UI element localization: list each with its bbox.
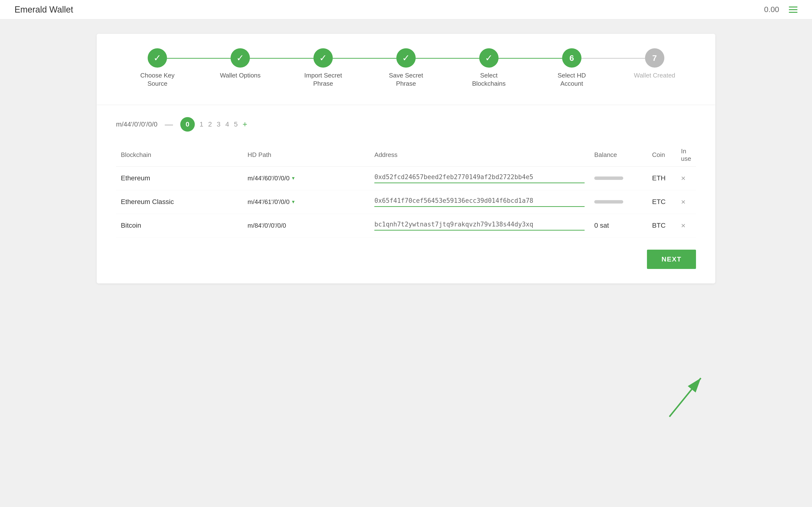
close-icon-btc[interactable]: × xyxy=(681,221,686,230)
address-text-eth: 0xd52fcd24657beed2feb2770149af2bd2722bb4… xyxy=(374,173,585,183)
col-header-hdpath: HD Path xyxy=(243,144,369,167)
step-label-3: Import Secret Phrase xyxy=(299,71,347,88)
menu-line-2 xyxy=(789,9,798,10)
step-4: ✓ Save Secret Phrase xyxy=(365,48,448,88)
hd-index-4[interactable]: 4 xyxy=(225,120,229,128)
path-chevron-eth[interactable]: ▾ xyxy=(292,175,295,181)
hd-path-label: m/44'/0'/0'/0/0 xyxy=(116,120,158,128)
address-cell-eth: 0xd52fcd24657beed2feb2770149af2bd2722bb4… xyxy=(369,166,590,190)
arrow-annotation xyxy=(662,369,715,425)
step-3: ✓ Import Secret Phrase xyxy=(282,48,365,88)
hd-index-3[interactable]: 3 xyxy=(217,120,221,128)
hd-path-value-eth: m/44'/60'/0'/0/0 xyxy=(248,175,290,182)
table-row: Ethereum Classic m/44'/61'/0'/0/0 ▾ 0x65… xyxy=(116,190,696,214)
hd-path-minus-button[interactable]: — xyxy=(165,119,173,129)
step-circle-2: ✓ xyxy=(231,48,250,68)
step-label-5: Select Blockchains xyxy=(465,71,513,88)
balance-btc: 0 sat xyxy=(590,214,647,237)
col-header-inuse: In use xyxy=(676,144,696,167)
hd-path-etc: m/44'/61'/0'/0/0 ▾ xyxy=(243,190,369,214)
arrow-svg xyxy=(662,369,715,424)
balance-bar-etc xyxy=(594,200,623,204)
address-text-btc: bc1qnh7t2ywtnast7jtq9rakqvzh79v138s44dy3… xyxy=(374,221,585,231)
step-label-4: Save Secret Phrase xyxy=(382,71,430,88)
hd-path-btc: m/84'/0'/0'/0/0 xyxy=(243,214,369,237)
step-label-1: Choose Key Source xyxy=(133,71,182,88)
address-cell-btc: bc1qnh7t2ywtnast7jtq9rakqvzh79v138s44dy3… xyxy=(369,214,590,237)
blockchain-name-eth: Ethereum xyxy=(116,166,243,190)
menu-icon[interactable] xyxy=(789,6,798,13)
logo-green: Emerald xyxy=(14,5,47,14)
address-cell-etc: 0x65f41f70cef56453e59136ecc39d014f6bcd1a… xyxy=(369,190,590,214)
check-icon-5: ✓ xyxy=(485,53,493,63)
balance-eth xyxy=(590,166,647,190)
header: Emerald Wallet 0.00 xyxy=(0,0,812,19)
step-circle-4: ✓ xyxy=(396,48,416,68)
step-1: ✓ Choose Key Source xyxy=(116,48,199,88)
close-icon-eth[interactable]: × xyxy=(681,174,686,182)
table-row: Ethereum m/44'/60'/0'/0/0 ▾ 0xd52fcd2465… xyxy=(116,166,696,190)
col-header-coin: Coin xyxy=(647,144,676,167)
step-2: ✓ Wallet Options xyxy=(199,48,282,80)
balance-bar-eth xyxy=(594,176,623,180)
hd-index-1[interactable]: 1 xyxy=(200,120,203,128)
step-number-7: 7 xyxy=(652,53,657,63)
step-number-6: 6 xyxy=(569,53,574,63)
wizard-card: ✓ Choose Key Source ✓ Wallet Options ✓ I… xyxy=(97,34,715,283)
stepper: ✓ Choose Key Source ✓ Wallet Options ✓ I… xyxy=(116,48,696,88)
main-content: ✓ Choose Key Source ✓ Wallet Options ✓ I… xyxy=(0,19,812,298)
coin-etc: ETC xyxy=(647,190,676,214)
table-header-row: Blockchain HD Path Address Balance Coin … xyxy=(116,144,696,167)
svg-line-1 xyxy=(669,378,701,417)
hd-index-nums: 0 1 2 3 4 5 + xyxy=(180,117,248,131)
step-circle-5: ✓ xyxy=(479,48,499,68)
coin-eth: ETH xyxy=(647,166,676,190)
step-6: 6 Select HD Account xyxy=(530,48,613,88)
close-icon-etc[interactable]: × xyxy=(681,198,686,206)
blockchain-name-etc: Ethereum Classic xyxy=(116,190,243,214)
blockchain-name-btc: Bitcoin xyxy=(116,214,243,237)
header-right: 0.00 xyxy=(764,5,798,14)
col-header-blockchain: Blockchain xyxy=(116,144,243,167)
col-header-balance: Balance xyxy=(590,144,647,167)
check-icon-3: ✓ xyxy=(319,53,327,63)
check-icon-4: ✓ xyxy=(402,53,410,63)
step-circle-7: 7 xyxy=(645,48,664,68)
step-circle-3: ✓ xyxy=(313,48,333,68)
coin-btc: BTC xyxy=(647,214,676,237)
col-header-address: Address xyxy=(369,144,590,167)
address-text-etc: 0x65f41f70cef56453e59136ecc39d014f6bcd1a… xyxy=(374,197,585,207)
step-circle-1: ✓ xyxy=(148,48,167,68)
balance-etc xyxy=(590,190,647,214)
hd-path-eth: m/44'/60'/0'/0/0 ▾ xyxy=(243,166,369,190)
table-row: Bitcoin m/84'/0'/0'/0/0 bc1qnh7t2ywtnast… xyxy=(116,214,696,237)
balance-text-btc: 0 sat xyxy=(594,222,609,229)
step-label-2: Wallet Options xyxy=(220,71,260,80)
menu-line-3 xyxy=(789,12,798,13)
logo-rest: Wallet xyxy=(47,5,73,14)
menu-line-1 xyxy=(789,6,798,7)
step-5: ✓ Select Blockchains xyxy=(447,48,530,88)
path-chevron-etc[interactable]: ▾ xyxy=(292,199,295,205)
app-logo: Emerald Wallet xyxy=(14,5,73,15)
hd-path-row: m/44'/0'/0'/0/0 — 0 1 2 3 4 5 + xyxy=(116,117,696,131)
hd-path-value-btc: m/84'/0'/0'/0/0 xyxy=(248,222,286,229)
blockchain-table: Blockchain HD Path Address Balance Coin … xyxy=(116,144,696,237)
step-circle-6: 6 xyxy=(562,48,581,68)
inuse-etc: × xyxy=(676,190,696,214)
hd-index-plus-button[interactable]: + xyxy=(243,119,248,129)
header-balance: 0.00 xyxy=(764,5,779,14)
check-icon-1: ✓ xyxy=(153,53,161,63)
hd-index-2[interactable]: 2 xyxy=(208,120,212,128)
step-label-6: Select HD Account xyxy=(548,71,596,88)
hd-index-active[interactable]: 0 xyxy=(180,117,195,131)
next-button[interactable]: NEXT xyxy=(647,249,696,269)
step-7: 7 Wallet Created xyxy=(613,48,696,80)
step-label-7: Wallet Created xyxy=(634,71,675,80)
divider xyxy=(97,105,715,105)
hd-path-value-etc: m/44'/61'/0'/0/0 xyxy=(248,198,290,206)
hd-index-5[interactable]: 5 xyxy=(234,120,238,128)
inuse-btc: × xyxy=(676,214,696,237)
check-icon-2: ✓ xyxy=(236,53,244,63)
next-btn-row: NEXT xyxy=(116,249,696,269)
